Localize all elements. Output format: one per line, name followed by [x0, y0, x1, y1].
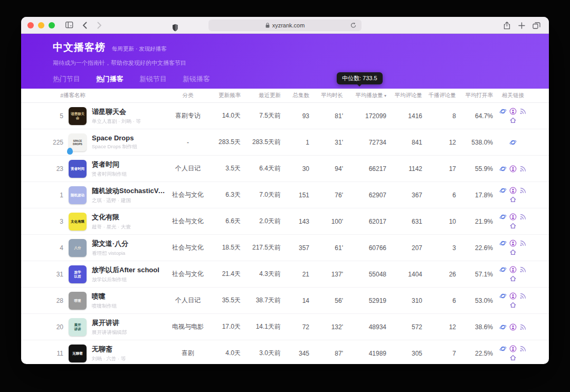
apple-link-icon[interactable] — [509, 165, 517, 173]
podcast-cover[interactable]: SPACE DROPS — [69, 133, 87, 151]
xiaoyuzhou-link-icon[interactable] — [499, 240, 507, 247]
address-bar[interactable]: xyzrank.com — [208, 20, 362, 31]
podcast-name-link[interactable]: 贤者时间 — [92, 160, 127, 169]
xiaoyuzhou-link-icon[interactable] — [499, 266, 507, 273]
forward-button[interactable] — [93, 19, 106, 32]
podcast-cover[interactable]: 放学 以后 — [69, 265, 87, 283]
column-header[interactable]: 平均评论量 — [386, 92, 422, 99]
avg-comments-cell: 367 — [386, 192, 422, 199]
sidebar-toggle-icon[interactable] — [63, 19, 76, 32]
rss-link-icon[interactable] — [519, 345, 527, 352]
podcast-name-link[interactable]: Space Drops — [92, 134, 137, 142]
podcast-name-link[interactable]: 展开讲讲 — [92, 318, 127, 328]
website-link-icon[interactable] — [509, 275, 517, 282]
podcast-cover[interactable]: 无聊斋 — [69, 345, 87, 362]
rank-cell: 3 — [46, 218, 63, 225]
podcast-cell: SPACE DROPS Space Drops Space Drops 制作组 — [63, 133, 169, 151]
xiaoyuzhou-link-icon[interactable] — [499, 108, 507, 115]
column-header[interactable]: # — [46, 92, 63, 99]
podcast-name-link[interactable]: 谐星聊天会 — [92, 107, 141, 117]
column-header[interactable]: 播客名称 — [63, 92, 169, 99]
close-window-button[interactable] — [27, 22, 34, 28]
podcast-author: 之琪 · 适野 · 建国 — [92, 197, 169, 204]
podcast-name-link[interactable]: 喷嚏 — [92, 292, 117, 301]
column-header[interactable]: 分类 — [169, 92, 207, 99]
comments-per-1k-plays-cell: 6 — [422, 192, 456, 199]
podcast-cover[interactable]: 喷嚏 — [69, 292, 87, 310]
apple-link-icon[interactable] — [509, 240, 517, 247]
column-header[interactable]: 平均时长 — [309, 92, 343, 99]
privacy-shield-icon[interactable] — [169, 21, 182, 34]
tab-2[interactable]: 热门播客 — [96, 74, 124, 84]
tab-1[interactable]: 热门节目 — [53, 74, 80, 84]
xiaoyuzhou-link-icon[interactable] — [499, 292, 507, 300]
rss-link-icon[interactable] — [519, 187, 527, 194]
website-link-icon[interactable] — [509, 222, 517, 230]
column-header[interactable]: 千播评论量 — [422, 92, 456, 99]
apple-link-icon[interactable] — [509, 323, 517, 331]
reload-icon[interactable] — [349, 21, 357, 30]
rss-link-icon[interactable] — [519, 108, 527, 115]
podcast-cover[interactable]: 文化有限 — [69, 213, 87, 231]
xiaoyuzhou-link-icon[interactable] — [499, 187, 507, 194]
podcast-cover[interactable]: 展开 讲讲 — [69, 318, 87, 336]
tab-3[interactable]: 新锐节目 — [139, 74, 167, 84]
rss-link-icon[interactable] — [519, 240, 527, 247]
xiaoyuzhou-link-icon[interactable] — [499, 213, 507, 221]
xiaoyuzhou-link-icon[interactable] — [509, 139, 517, 146]
tab-4[interactable]: 新锐播客 — [183, 74, 210, 84]
minimize-window-button[interactable] — [38, 22, 44, 28]
website-link-icon[interactable] — [509, 196, 517, 203]
podcast-cover[interactable]: 贤者时间 — [69, 160, 87, 178]
podcast-name-link[interactable]: 放学以后After school — [92, 265, 159, 275]
open-rate-cell: 22.6% — [456, 244, 493, 252]
table-row: 23 贤者时间 贤者时间 贤者时间制作组 个人日记 3.5天 6.4天前 30 … — [21, 156, 549, 182]
column-header[interactable]: 更新频率 — [207, 92, 241, 99]
column-header[interactable]: 相关链接 — [493, 92, 533, 99]
podcast-cover[interactable]: 八分 — [69, 239, 87, 257]
xiaoyuzhou-link-icon[interactable] — [499, 345, 507, 352]
podcast-name-link[interactable]: 文化有限 — [92, 213, 131, 222]
rss-link-icon[interactable] — [519, 292, 527, 300]
apple-link-icon[interactable] — [509, 187, 517, 194]
podcast-cover[interactable]: 随机波动 — [69, 186, 87, 204]
share-icon[interactable] — [500, 19, 513, 32]
rank-cell: 5 — [46, 112, 63, 120]
podcast-name-link[interactable]: 无聊斋 — [92, 345, 126, 354]
apple-link-icon[interactable] — [509, 213, 517, 221]
avg-duration-cell: 100' — [309, 218, 343, 225]
website-link-icon[interactable] — [509, 117, 517, 124]
column-header[interactable]: 平均播放量 ▾ — [343, 92, 386, 99]
podcast-name-link[interactable]: 梁文道·八分 — [92, 239, 128, 248]
apple-link-icon[interactable] — [509, 108, 517, 115]
column-header[interactable]: 平均打开率 — [456, 92, 493, 99]
category-cell: 电视与电影 — [169, 322, 207, 331]
column-header[interactable]: 最近更新 — [241, 92, 281, 99]
apple-link-icon[interactable] — [509, 266, 517, 273]
apple-link-icon[interactable] — [509, 345, 517, 352]
rss-link-icon[interactable] — [519, 213, 527, 221]
site-subtitle: 期待成为一个指南针，帮助你发现好的中文播客节目 — [53, 59, 549, 67]
avg-comments-cell: 572 — [386, 323, 422, 331]
back-button[interactable] — [78, 19, 91, 32]
episode-count-cell: 21 — [281, 271, 309, 278]
website-link-icon[interactable] — [509, 248, 517, 256]
last-update-cell: 38.7天前 — [241, 296, 281, 305]
episode-count-cell: 93 — [281, 112, 309, 120]
zoom-window-button[interactable] — [49, 22, 55, 28]
traffic-lights — [27, 22, 55, 28]
website-link-icon[interactable] — [509, 354, 517, 361]
column-header[interactable]: 总集数 — [281, 92, 309, 99]
rss-link-icon[interactable] — [519, 165, 527, 173]
rss-link-icon[interactable] — [519, 266, 527, 273]
podcast-name-link[interactable]: 随机波动StochasticVol... — [92, 186, 169, 196]
podcast-cover[interactable]: 谐星聊天会 — [69, 107, 87, 125]
title-note: 每周更新 · 发现好播客 — [112, 45, 167, 53]
new-tab-icon[interactable] — [515, 19, 528, 32]
apple-link-icon[interactable] — [509, 292, 517, 300]
xiaoyuzhou-link-icon[interactable] — [499, 323, 507, 331]
tab-overview-icon[interactable] — [530, 19, 543, 32]
rss-link-icon[interactable] — [519, 323, 527, 331]
website-link-icon[interactable] — [509, 301, 517, 309]
xiaoyuzhou-link-icon[interactable] — [499, 165, 507, 173]
